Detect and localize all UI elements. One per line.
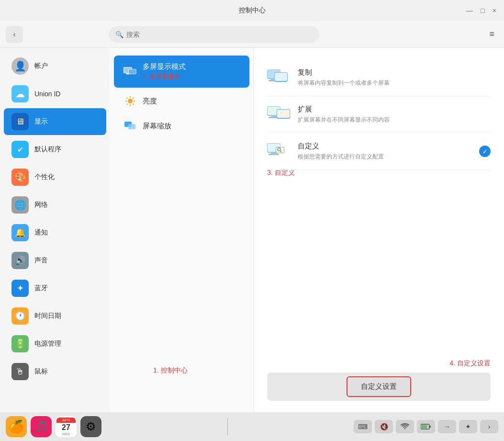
sidebar-label-datetime: 时间日期	[34, 312, 61, 320]
custom-option-text: 自定义 根据您需要的方式进行自定义配置	[298, 142, 471, 161]
dock-settings[interactable]: ⚙	[80, 416, 101, 437]
option-custom[interactable]: 自定义 根据您需要的方式进行自定义配置 ✓	[267, 133, 491, 170]
svg-rect-23	[275, 73, 287, 81]
sidebar-item-personalize[interactable]: 🎨 个性化	[4, 164, 106, 191]
svg-rect-5	[129, 69, 136, 74]
sidebar-label-mouse: 鼠标	[34, 367, 48, 376]
bottom-bar: 🍊 🎵 APR 27 WED ⚙ ⌨ 🔇	[0, 412, 504, 441]
sidebar-label-personalize: 个性化	[34, 173, 55, 181]
dock-volume-mute[interactable]: 🔇	[375, 420, 393, 433]
sidebar-label-default-apps: 默认程序	[34, 145, 61, 154]
svg-rect-3	[127, 74, 129, 74]
dock-arrow-right[interactable]: →	[438, 420, 456, 433]
sidebar-label-power: 电源管理	[34, 339, 61, 348]
close-button[interactable]: ×	[493, 7, 496, 14]
search-bar[interactable]: 🔍	[109, 26, 319, 43]
sidebar-item-display[interactable]: 🖥 显示	[4, 108, 106, 135]
dock-wifi[interactable]	[396, 420, 414, 433]
option-duplicate[interactable]: 复制 将屏幕内容复制到一个或者多个屏幕	[267, 59, 491, 96]
window-controls[interactable]: — □ ×	[466, 7, 496, 14]
dock-apps: 🍊 🎵 APR 27 WED ⚙	[6, 416, 101, 437]
svg-line-12	[133, 104, 134, 105]
sidebar-item-account[interactable]: 👤 帐户	[4, 53, 106, 79]
power-icon: 🔋	[11, 335, 29, 352]
custom-desc: 根据您需要的方式进行自定义配置	[298, 153, 471, 161]
duplicate-desc: 将屏幕内容复制到一个或者多个屏幕	[298, 79, 491, 87]
brightness-label: 亮度	[143, 97, 157, 106]
menu-button[interactable]: ≡	[485, 27, 498, 41]
extend-option-icon	[267, 106, 290, 123]
screen-scale-icon	[123, 121, 137, 131]
minimize-button[interactable]: —	[466, 7, 473, 14]
custom-title: 自定义	[298, 142, 471, 151]
maximize-button[interactable]: □	[481, 7, 484, 14]
svg-rect-16	[128, 124, 135, 129]
sidebar-label-sound: 声音	[34, 256, 48, 265]
dock-more[interactable]: ›	[480, 420, 498, 433]
svg-line-14	[127, 104, 128, 105]
topbar: ‹ 🔍 ≡	[0, 21, 504, 48]
dock-calendar[interactable]: APR 27 WED	[56, 416, 77, 437]
screen-scale-label: 屏幕缩放	[143, 122, 171, 131]
sound-icon: 🔊	[11, 252, 29, 269]
multi-display-label: 多屏显示模式	[143, 62, 186, 70]
custom-settings-button[interactable]: 自定义设置	[347, 376, 411, 397]
sidebar-item-default-apps[interactable]: ✔ 默认程序	[4, 136, 106, 163]
svg-rect-41	[422, 425, 427, 429]
annotation-2: 2. 多屏幕显示	[143, 72, 186, 81]
account-icon: 👤	[11, 57, 29, 75]
titlebar: 控制中心 — □ ×	[0, 0, 504, 21]
dock-divider	[227, 418, 228, 435]
brightness-icon	[123, 96, 137, 106]
sidebar-item-union-id[interactable]: ☁ Union ID	[4, 80, 106, 107]
mouse-icon: 🖱	[11, 363, 29, 380]
bluetooth-icon: ✦	[11, 280, 29, 297]
sidebar-label-network: 网络	[34, 201, 48, 209]
custom-check-icon: ✓	[479, 146, 491, 157]
duplicate-option-icon	[267, 69, 290, 86]
dock-finder[interactable]: 🍊	[6, 416, 27, 437]
dock-keyboard[interactable]: ⌨	[354, 420, 372, 433]
dock-music[interactable]: 🎵	[31, 416, 52, 437]
sidebar-item-datetime[interactable]: 🕐 时间日期	[4, 303, 106, 329]
sidebar-item-power[interactable]: 🔋 电源管理	[4, 330, 106, 357]
extend-title: 扩展	[298, 105, 491, 114]
search-input[interactable]	[126, 31, 313, 38]
custom-option-icon	[267, 143, 290, 160]
sidebar-label-bluetooth: 蓝牙	[34, 284, 48, 293]
dock-battery[interactable]	[417, 420, 435, 433]
personalize-icon: 🎨	[11, 169, 29, 186]
sidebar-item-notifications[interactable]: 🔔 通知	[4, 219, 106, 246]
extend-option-text: 扩展 扩展屏幕并在不同屏幕显示不同内容	[298, 105, 491, 124]
middle-item-multi-display[interactable]: 多屏显示模式 2. 多屏幕显示	[114, 56, 249, 88]
svg-rect-42	[429, 426, 431, 428]
sidebar-item-network[interactable]: 🌐 网络	[4, 192, 106, 218]
annotation-1: 1. 控制中心	[153, 366, 188, 375]
svg-line-13	[133, 98, 134, 99]
right-panel: 复制 将屏幕内容复制到一个或者多个屏幕	[254, 48, 504, 412]
svg-rect-35	[269, 154, 279, 155]
sidebar-label-union-id: Union ID	[34, 90, 60, 98]
sidebar: 👤 帐户 ☁ Union ID 🖥 显示 ✔ 默认程序 🎨 个性化	[0, 48, 110, 412]
sidebar-label-display: 显示	[34, 117, 48, 126]
svg-point-6	[128, 99, 133, 103]
datetime-icon: 🕐	[11, 307, 29, 325]
duplicate-title: 复制	[298, 68, 491, 77]
svg-line-11	[127, 98, 128, 99]
back-button[interactable]: ‹	[6, 26, 23, 43]
right-bottom-section: 4. 自定义设置 自定义设置	[267, 350, 491, 401]
duplicate-option-text: 复制 将屏幕内容复制到一个或者多个屏幕	[298, 68, 491, 87]
display-icon: 🖥	[11, 113, 29, 130]
network-icon: 🌐	[11, 196, 29, 214]
middle-item-screen-scale[interactable]: 屏幕缩放	[114, 114, 249, 137]
option-extend[interactable]: 扩展 扩展屏幕并在不同屏幕显示不同内容	[267, 96, 491, 133]
sidebar-item-bluetooth[interactable]: ✦ 蓝牙	[4, 275, 106, 302]
sidebar-item-sound[interactable]: 🔊 声音	[4, 247, 106, 274]
dock-bluetooth-right[interactable]: ✦	[459, 420, 477, 433]
sidebar-label-notifications: 通知	[34, 228, 48, 237]
default-apps-icon: ✔	[11, 141, 29, 158]
middle-panel: 多屏显示模式 2. 多屏幕显示	[110, 48, 254, 412]
sidebar-item-mouse[interactable]: 🖱 鼠标	[4, 358, 106, 385]
middle-item-brightness[interactable]: 亮度	[114, 90, 249, 113]
search-icon: 🔍	[115, 31, 123, 38]
